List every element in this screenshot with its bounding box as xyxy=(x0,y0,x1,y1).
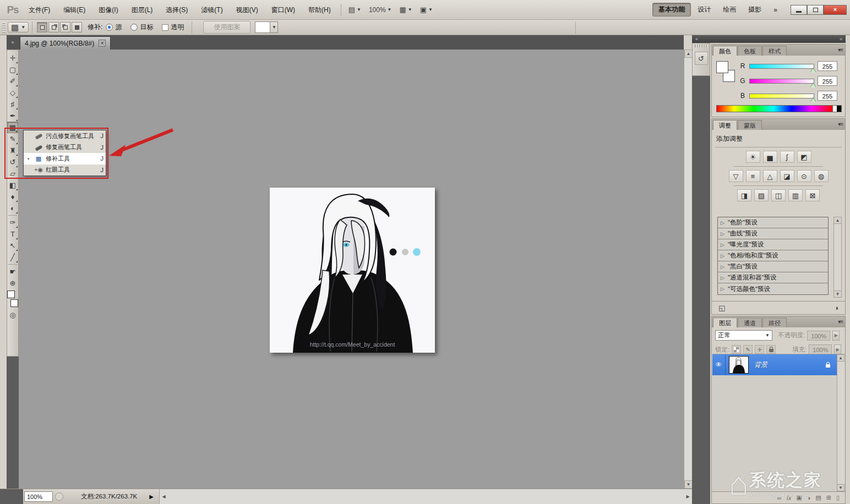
expand-triangle-icon[interactable]: ▷ xyxy=(721,220,724,226)
preset-exposure[interactable]: ▷"曝光度"预设 xyxy=(718,239,828,250)
panel-color-swatches[interactable] xyxy=(716,61,735,83)
tab-swatches[interactable]: 色板 xyxy=(738,46,762,56)
lock-transparency-button[interactable] xyxy=(732,345,741,354)
expand-triangle-icon[interactable]: ▷ xyxy=(721,275,724,281)
scroll-down-icon[interactable]: ▼ xyxy=(833,291,842,298)
subtract-selection-mode-button[interactable] xyxy=(60,22,70,32)
target-radio[interactable] xyxy=(130,24,138,31)
launch-bridge-button[interactable]: ▤▼ xyxy=(345,4,365,15)
tool-blur[interactable]: ♦ xyxy=(7,191,18,202)
scroll-left-icon[interactable]: ◀ xyxy=(160,489,168,504)
pattern-picker[interactable]: ▼ xyxy=(255,21,278,33)
fill-dropdown-icon[interactable]: ▶ xyxy=(834,344,841,354)
tool-pen[interactable]: ✑ xyxy=(7,217,18,228)
tool-shape[interactable]: ╱ xyxy=(7,251,18,263)
posterize-button[interactable]: ▨ xyxy=(754,189,769,201)
tab-adjustments[interactable]: 调整 xyxy=(713,120,737,130)
panel-menu-icon[interactable]: ▾≡ xyxy=(838,319,843,325)
tools-panel-collapse-button[interactable]: » xyxy=(7,35,19,50)
scroll-up-icon[interactable]: ▲ xyxy=(837,354,844,361)
opacity-dropdown-icon[interactable]: ▶ xyxy=(832,331,840,341)
document-canvas[interactable]: http://t.qq.com/Meet_by_accident xyxy=(270,188,435,353)
workspace-overflow-button[interactable]: » xyxy=(768,4,783,15)
tool-gradient[interactable]: ◧ xyxy=(7,179,18,191)
background-color-swatch[interactable] xyxy=(10,299,18,307)
workspace-photography[interactable]: 摄影 xyxy=(743,3,767,16)
expand-triangle-icon[interactable]: ▷ xyxy=(721,231,724,237)
status-zoom-field[interactable]: 100% xyxy=(24,491,53,502)
blue-channel-value[interactable]: 255 xyxy=(818,91,837,101)
hue-saturation-button[interactable]: ≡ xyxy=(746,170,760,182)
close-button[interactable]: × xyxy=(824,5,847,15)
preset-curves[interactable]: ▷"曲线"预设 xyxy=(718,228,828,239)
red-channel-slider[interactable] xyxy=(749,64,814,69)
intersect-selection-mode-button[interactable] xyxy=(72,22,82,32)
selective-color-button[interactable]: ⊠ xyxy=(805,189,820,201)
menu-window[interactable]: 窗口(W) xyxy=(265,3,302,17)
color-balance-button[interactable]: △ xyxy=(763,170,777,182)
tool-dodge[interactable]: ◐ xyxy=(7,202,18,214)
preset-selective-color[interactable]: ▷"可选颜色"预设 xyxy=(718,283,828,294)
curves-button[interactable]: ∫ xyxy=(780,151,794,163)
preset-levels[interactable]: ▷"色阶"预设 xyxy=(718,217,828,228)
threshold-button[interactable]: ◫ xyxy=(771,189,786,201)
blend-mode-select[interactable]: 正常 ▼ xyxy=(715,330,772,341)
menu-view[interactable]: 视图(V) xyxy=(230,3,265,17)
zoom-level-dropdown[interactable]: 100%▼ xyxy=(365,4,396,15)
menu-select[interactable]: 选择(S) xyxy=(159,3,194,17)
slider-thumb[interactable] xyxy=(810,98,816,102)
tool-zoom[interactable]: ⊕ xyxy=(7,277,18,289)
foreground-color-swatch[interactable] xyxy=(716,61,728,73)
exposure-button[interactable]: ◩ xyxy=(797,151,811,163)
document-tab[interactable]: 4.jpg @ 100%(RGB/8#) × xyxy=(20,36,111,50)
invert-button[interactable]: ◨ xyxy=(737,189,751,201)
spectrum-gradient[interactable] xyxy=(717,106,832,112)
slider-thumb[interactable] xyxy=(810,83,816,87)
workspace-design[interactable]: 设计 xyxy=(692,3,716,16)
scroll-right-icon[interactable]: ▶ xyxy=(684,489,692,504)
tool-path-select[interactable]: ↖ xyxy=(7,240,18,251)
arrange-documents-button[interactable]: ▦▼ xyxy=(396,4,416,15)
menu-layer[interactable]: 图层(L) xyxy=(125,3,160,17)
status-info-expand-icon[interactable]: ▶ xyxy=(149,494,154,500)
panel-menu-icon[interactable]: ▾≡ xyxy=(838,121,843,127)
tab-layers[interactable]: 图层 xyxy=(713,317,737,327)
presets-scrollbar[interactable]: ▲ ▼ xyxy=(833,217,842,298)
menu-help[interactable]: 帮助(H) xyxy=(302,3,337,17)
source-radio[interactable] xyxy=(106,24,113,31)
workspace-essentials[interactable]: 基本功能 xyxy=(652,3,691,17)
clip-to-layer-icon[interactable]: ◑ xyxy=(834,304,838,312)
levels-button[interactable]: ▅ xyxy=(763,151,777,163)
blue-channel-slider[interactable] xyxy=(749,94,814,98)
lock-position-button[interactable]: ✛ xyxy=(755,345,764,354)
foreground-background-swatches[interactable] xyxy=(7,291,18,307)
tool-lasso[interactable]: ✐ xyxy=(7,75,18,87)
green-channel-value[interactable]: 255 xyxy=(818,76,837,86)
tool-quick-select[interactable]: ◇ xyxy=(7,87,18,98)
source-radio-label[interactable]: 源 xyxy=(115,23,122,32)
layer-row-background[interactable]: 👁 背景 xyxy=(712,354,844,375)
color-spectrum-ramp[interactable] xyxy=(716,105,842,112)
black-white-button[interactable]: ◪ xyxy=(780,170,794,182)
foreground-color-swatch[interactable] xyxy=(7,291,15,298)
layer-thumbnail[interactable] xyxy=(729,356,749,374)
menu-file[interactable]: 文件(F) xyxy=(22,3,57,17)
black-cell[interactable] xyxy=(837,106,841,112)
scroll-down-icon[interactable]: ▼ xyxy=(684,480,693,489)
transparent-checkbox[interactable] xyxy=(162,24,168,31)
menu-filter[interactable]: 滤镜(T) xyxy=(194,3,229,17)
tool-hand[interactable]: ☛ xyxy=(7,266,18,277)
document-close-icon[interactable]: × xyxy=(99,40,106,47)
preset-channel-mixer[interactable]: ▷"通道混和器"预设 xyxy=(718,272,828,283)
expand-triangle-icon[interactable]: ▷ xyxy=(721,242,724,248)
scroll-up-icon[interactable]: ▲ xyxy=(684,50,693,58)
panel-menu-icon[interactable]: ▾≡ xyxy=(838,47,843,53)
tab-channels[interactable]: 通道 xyxy=(738,317,762,327)
tab-styles[interactable]: 样式 xyxy=(762,46,787,56)
vertical-scrollbar[interactable]: ▲ ▼ xyxy=(684,50,692,489)
screen-mode-button[interactable]: ▣▼ xyxy=(416,4,437,15)
layer-name[interactable]: 背景 xyxy=(754,360,767,370)
red-channel-value[interactable]: 255 xyxy=(818,61,837,71)
current-tool-preset[interactable]: ▩ ▼ xyxy=(8,22,29,32)
tool-type[interactable]: T xyxy=(7,228,18,240)
